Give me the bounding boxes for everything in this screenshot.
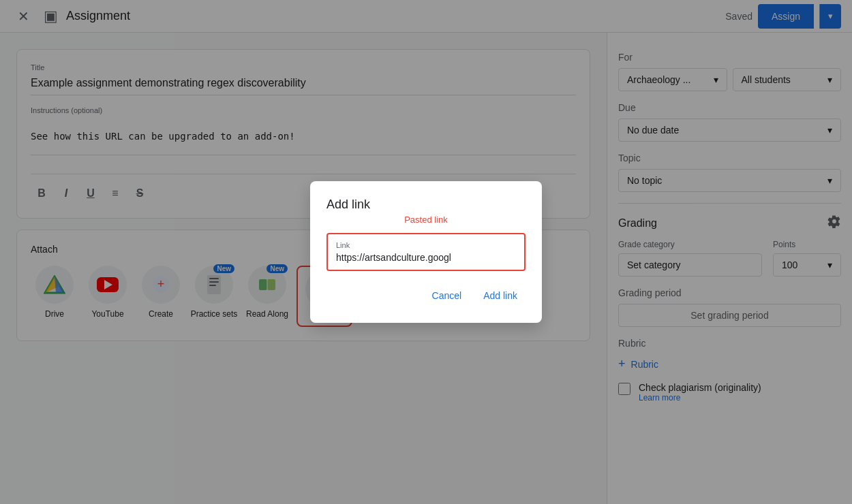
link-input-value[interactable]: https://artsandculture.googl: [336, 252, 516, 263]
link-input-label: Link: [336, 241, 516, 249]
add-link-modal: Add link Pasted link Link https://artsan…: [310, 181, 542, 323]
modal-overlay: Add link Pasted link Link https://artsan…: [0, 0, 852, 504]
modal-actions: Cancel Add link: [326, 285, 526, 306]
add-link-button[interactable]: Add link: [475, 285, 526, 306]
modal-title: Add link: [326, 198, 526, 212]
link-input-wrapper: Link https://artsandculture.googl: [326, 233, 526, 271]
cancel-button[interactable]: Cancel: [424, 285, 470, 306]
pasted-link-label: Pasted link: [326, 215, 526, 225]
